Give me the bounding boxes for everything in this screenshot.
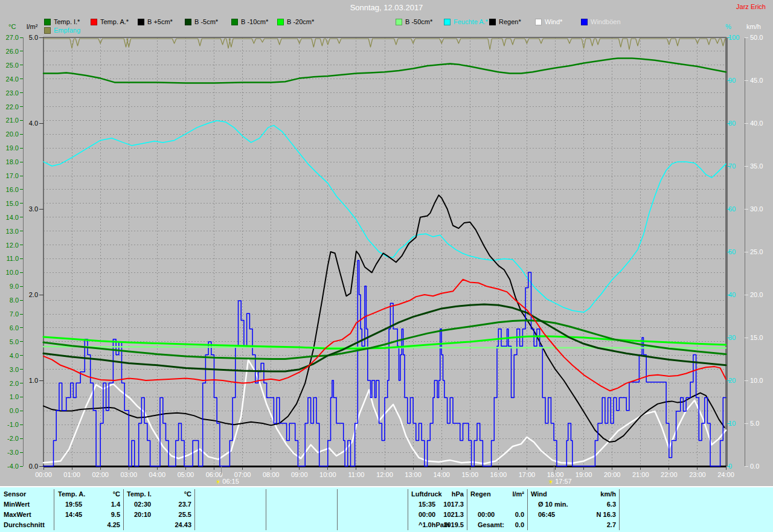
svg-text:0.0: 0.0 [750,463,759,470]
column-name: Temp. A. [58,489,85,499]
cell-time: 20:10 [134,510,151,520]
table-column-header [194,489,266,499]
svg-text:-2.0: -2.0 [7,435,19,442]
svg-text:40.0: 40.0 [750,120,763,127]
svg-text:40: 40 [728,291,736,298]
cell-value: 0.0 [515,520,524,530]
svg-text:19:00: 19:00 [576,471,592,478]
svg-text:19.0: 19.0 [6,144,19,152]
svg-text:16:00: 16:00 [490,471,507,478]
table-cell-row: 24.43 [123,520,194,530]
table-column-Temp. I.: Temp. I.°C02:3023.720:1025.524.43 [123,487,194,531]
cell-value: 25.5 [179,510,191,520]
svg-text:12:00: 12:00 [376,471,393,478]
cell-value: 23.7 [179,499,191,510]
cell-time: Ø 10 min. [538,499,568,510]
svg-text:25.0: 25.0 [6,62,19,69]
cell-time: 19:55 [65,499,82,510]
svg-text:10.0: 10.0 [6,269,19,276]
table-column-empty [194,487,266,531]
table-cell-row [266,510,337,520]
svg-text:14:00: 14:00 [433,471,450,478]
cell-value: 1019.5 [443,520,464,530]
table-column-Temp. A.: Temp. A.°C19:551.414:459.54.25 [54,487,123,531]
svg-text:80: 80 [728,120,736,127]
svg-text:20.0: 20.0 [6,130,19,138]
svg-text:0: 0 [728,463,732,470]
table-column-header: Temp. I.°C [123,489,194,499]
svg-text:14.0: 14.0 [6,214,19,221]
svg-text:5.0: 5.0 [29,34,38,41]
svg-text:2.0: 2.0 [10,380,19,387]
cell-value: 1017.3 [443,499,464,510]
table-cell-row [266,520,337,530]
table-column-header: Temp. A.°C [54,489,123,499]
chart-plot: 27.026.025.024.023.022.021.020.019.018.0… [0,0,773,486]
svg-text:01:00: 01:00 [63,471,80,478]
svg-text:30: 30 [728,334,736,341]
svg-text:100: 100 [728,34,739,41]
svg-text:-3.0: -3.0 [7,449,19,456]
table-cell-row: 06:45N 16.3 [527,510,619,520]
svg-text:1.0: 1.0 [10,393,19,400]
table-column-header: Windkm/h [527,489,619,499]
table-row-label: MinWert [4,499,30,510]
column-unit: l/m² [512,489,524,499]
sun-icon: ☀ [548,478,554,486]
svg-text:06:15: 06:15 [222,478,239,485]
table-cell-row [194,520,266,530]
series-b_p5-line [43,195,725,442]
cell-time: 06:45 [538,510,555,520]
svg-text:50.0: 50.0 [750,34,763,41]
cell-value: 2.7 [607,520,616,530]
svg-text:70: 70 [728,162,736,170]
table-cell-row: Ø 10 min.6.3 [527,499,619,510]
svg-text:45.0: 45.0 [750,77,763,84]
svg-text:03:00: 03:00 [120,471,137,478]
table-separator [619,489,620,530]
table-column-Regen: Regenl/m²00:000.0Gesamt:0.0 [467,487,527,531]
svg-text:12.0: 12.0 [6,242,19,249]
column-unit: °C [184,489,191,499]
svg-text:27.0: 27.0 [6,34,19,41]
table-cell-row [194,510,266,520]
table-cell-row: 2.7 [527,520,619,530]
cell-value: 1021.3 [443,510,464,520]
svg-text:17:00: 17:00 [519,471,536,478]
table-cell-row: 02:3023.7 [123,499,194,510]
table-cell-row: 00:001021.3 [408,510,467,520]
svg-text:0.0: 0.0 [10,407,19,414]
svg-text:26.0: 26.0 [6,48,19,55]
table-cell-row [337,510,408,520]
table-row-label-header: Sensor [4,489,26,499]
svg-text:22.0: 22.0 [6,103,19,111]
svg-text:50: 50 [728,248,736,255]
table-column-empty [337,487,408,531]
table-cell-row: 14:459.5 [54,510,123,520]
svg-text:05:00: 05:00 [178,471,194,478]
svg-text:90: 90 [728,77,736,84]
svg-text:4.0: 4.0 [29,120,38,127]
cell-time: 00:00 [478,510,495,520]
svg-text:18.0: 18.0 [6,158,19,165]
table-cell-row: ^1.0hPa/h1019.5 [408,520,467,530]
table-cell-row: 15:351017.3 [408,499,467,510]
column-name: Temp. I. [127,489,152,499]
table-column-empty [266,487,337,531]
svg-text:10: 10 [728,420,736,427]
time-axis-labels: 00:0001:0002:0003:0004:0005:0006:0007:00… [35,467,734,478]
svg-text:20.0: 20.0 [750,291,763,298]
svg-text:-4.0: -4.0 [7,463,19,470]
cell-value: 24.43 [175,520,191,530]
table-column-Luftdruck: LuftdruckhPa15:351017.300:001021.3^1.0hP… [408,487,467,531]
table-cell-row: 4.25 [54,520,123,530]
table-cell-row [337,499,408,510]
svg-text:0.0: 0.0 [29,463,38,470]
cell-value: 9.5 [111,510,120,520]
cell-value: N 16.3 [597,510,616,520]
svg-text:16.0: 16.0 [6,186,19,193]
svg-text:3.0: 3.0 [10,366,19,373]
cell-value: 1.4 [111,499,120,510]
temp-axis-labels: 27.026.025.024.023.022.021.020.019.018.0… [6,34,23,470]
cell-value: 6.3 [607,499,616,510]
